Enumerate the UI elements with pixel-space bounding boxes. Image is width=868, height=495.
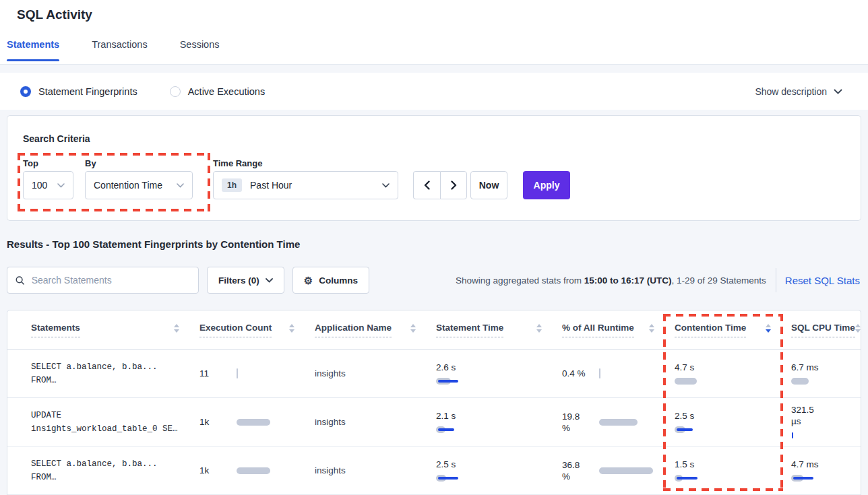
contention-time-cell: 2.5 s xyxy=(675,410,791,434)
column-header-statements[interactable]: Statements xyxy=(31,323,199,337)
statement-search[interactable] xyxy=(7,267,199,294)
show-description-toggle[interactable]: Show description xyxy=(755,86,842,97)
reset-sql-stats-link[interactable]: Reset SQL Stats xyxy=(785,275,861,286)
gear-icon: ⚙ xyxy=(304,275,313,286)
sort-icon[interactable] xyxy=(410,324,416,335)
metric-value: 2.5 s xyxy=(675,410,714,422)
statement-time-cell: 2.5 s xyxy=(436,459,562,483)
time-next-button[interactable] xyxy=(440,171,467,199)
metric-bar xyxy=(791,430,859,440)
time-range-label: Time Range xyxy=(213,158,262,168)
metric-bar xyxy=(599,418,666,427)
metric-value: 6.7 ms xyxy=(791,362,830,373)
table-row[interactable]: SELECT a.balance, b.ba...FROM…11insights… xyxy=(7,350,861,398)
application-name-cell: insights xyxy=(315,417,436,427)
tab-bar: Statements Transactions Sessions xyxy=(7,39,219,61)
metric-value: 0.4 % xyxy=(562,368,599,379)
toolbar-divider xyxy=(776,268,776,292)
metric-value: 2.5 s xyxy=(436,459,475,470)
metric-bar xyxy=(791,473,859,483)
search-criteria-heading: Search Criteria xyxy=(23,133,90,144)
metric-value: 19.8% xyxy=(562,411,599,434)
metric-value: 1k xyxy=(199,416,237,428)
metric-value: 4.7 s xyxy=(675,362,714,373)
table-header-row: StatementsExecution CountApplication Nam… xyxy=(7,310,861,350)
search-input[interactable] xyxy=(32,275,190,286)
pct-runtime-cell: 36.8% xyxy=(562,459,675,482)
column-header-label: % of All Runtime xyxy=(562,323,634,337)
column-header-of-all-runtime[interactable]: % of All Runtime xyxy=(562,323,675,337)
table-row[interactable]: SELECT a.balance, b.ba...FROM…1kinsights… xyxy=(7,447,861,495)
time-range-select[interactable]: 1h Past Hour xyxy=(213,171,398,199)
results-toolbar: Filters (0) ⚙ Columns Showing aggregated… xyxy=(7,267,861,294)
apply-button[interactable]: Apply xyxy=(523,171,570,199)
statement-fingerprint-link[interactable]: SELECT a.balance, b.ba...FROM… xyxy=(31,360,199,387)
sort-icon[interactable] xyxy=(649,324,654,335)
metric-value: 1k xyxy=(199,465,237,476)
filters-button[interactable]: Filters (0) xyxy=(207,267,284,294)
metric-bar xyxy=(436,473,503,483)
page-header: SQL Activity Statements Transactions Ses… xyxy=(0,0,868,65)
radio-active-executions[interactable]: Active Executions xyxy=(170,86,265,97)
application-name-cell: insights xyxy=(315,465,436,475)
metric-bar xyxy=(436,376,503,386)
radio-icon xyxy=(20,86,31,97)
page-title: SQL Activity xyxy=(17,7,92,22)
top-select-value: 100 xyxy=(32,180,47,191)
sql-cpu-time-cell: 6.7 ms xyxy=(791,362,861,386)
results-heading: Results - Top 100 Statement Fingerprints… xyxy=(7,238,300,250)
sort-icon[interactable] xyxy=(855,324,861,335)
chevron-down-icon xyxy=(266,278,273,283)
metric-value: 321.5µs xyxy=(791,404,830,427)
metric-value: 4.7 ms xyxy=(791,459,830,470)
top-select[interactable]: 100 xyxy=(23,171,73,199)
tab-statements[interactable]: Statements xyxy=(7,39,59,61)
search-icon xyxy=(16,275,25,286)
sql-activity-page: SQL Activity Statements Transactions Ses… xyxy=(0,0,868,495)
column-header-label: Execution Count xyxy=(199,323,272,337)
table-row[interactable]: UPDATEinsights_workload_table_0 SE…1kins… xyxy=(7,398,861,447)
time-prev-button[interactable] xyxy=(413,171,440,199)
metric-bar xyxy=(237,369,304,378)
chevron-down-icon xyxy=(834,89,842,94)
radio-icon xyxy=(170,86,181,97)
metric-value: 11 xyxy=(199,368,237,379)
contention-time-cell: 4.7 s xyxy=(675,362,791,386)
tab-transactions[interactable]: Transactions xyxy=(92,39,147,61)
column-header-statement-time[interactable]: Statement Time xyxy=(436,323,562,337)
search-criteria-panel: Search Criteria Top 100 By Contention Ti… xyxy=(7,115,861,221)
table-body: SELECT a.balance, b.ba...FROM…11insights… xyxy=(7,350,861,495)
metric-bar xyxy=(791,376,859,386)
tab-sessions[interactable]: Sessions xyxy=(180,39,220,61)
statement-fingerprint-link[interactable]: UPDATEinsights_workload_table_0 SE… xyxy=(31,409,199,436)
metric-bar xyxy=(436,425,503,434)
radio-label: Statement Fingerprints xyxy=(38,86,137,97)
statement-time-cell: 2.6 s xyxy=(436,362,562,386)
radio-statement-fingerprints[interactable]: Statement Fingerprints xyxy=(20,86,137,97)
chevron-down-icon xyxy=(382,183,390,188)
column-header-execution-count[interactable]: Execution Count xyxy=(199,323,315,337)
statements-table: StatementsExecution CountApplication Nam… xyxy=(7,310,861,495)
application-name-cell: insights xyxy=(315,368,436,378)
sort-icon[interactable] xyxy=(536,324,542,335)
column-header-application-name[interactable]: Application Name xyxy=(315,323,436,337)
metric-bar xyxy=(237,418,304,427)
by-select[interactable]: Contention Time xyxy=(85,171,193,199)
statement-fingerprint-link[interactable]: SELECT a.balance, b.ba...FROM… xyxy=(31,457,199,484)
metric-bar xyxy=(237,466,304,475)
view-toggle-band: Statement Fingerprints Active Executions… xyxy=(0,73,868,110)
column-header-sql-cpu-time[interactable]: SQL CPU Time xyxy=(791,323,868,337)
chevron-down-icon xyxy=(57,183,65,188)
columns-button[interactable]: ⚙ Columns xyxy=(292,267,369,294)
sort-icon[interactable] xyxy=(174,324,179,335)
metric-value: 2.1 s xyxy=(436,410,475,422)
column-header-contention-time[interactable]: Contention Time xyxy=(675,323,791,337)
sort-icon[interactable] xyxy=(289,324,294,335)
metric-value: 1.5 s xyxy=(675,459,714,470)
metric-bar xyxy=(675,376,742,386)
metric-bar xyxy=(599,369,666,378)
show-description-label: Show description xyxy=(755,86,827,97)
now-button[interactable]: Now xyxy=(470,171,507,199)
sort-icon[interactable] xyxy=(766,324,771,335)
columns-label: Columns xyxy=(319,275,358,286)
